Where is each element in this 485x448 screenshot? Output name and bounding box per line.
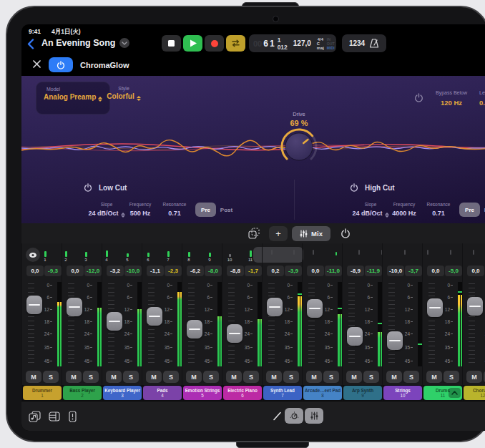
fader-handle[interactable] [427, 298, 443, 317]
channel-volume-value[interactable]: 0,0 [307, 266, 324, 276]
plugin-power-button[interactable] [49, 57, 73, 72]
mute-button[interactable]: M [226, 371, 242, 383]
bypass-below-value[interactable]: 120 Hz [429, 99, 474, 107]
post-button[interactable]: Post [480, 203, 485, 217]
level-value[interactable]: 0.0 [479, 99, 485, 107]
channel-volume-value[interactable]: 0,0 [467, 266, 484, 276]
channel-volume-value[interactable]: 0,0 [67, 266, 84, 276]
channel-volume-value[interactable]: -8,8 [227, 266, 244, 276]
fader-handle[interactable] [307, 299, 323, 318]
project-title-group[interactable]: An Evening Song [41, 38, 129, 48]
pencil-tool-icon[interactable] [272, 411, 283, 422]
track-tile[interactable]: Drums 11 [423, 386, 462, 400]
track-tile[interactable]: Strings 10 [383, 386, 422, 400]
low-cut-frequency-value[interactable]: 500 Hz [120, 210, 160, 217]
style-selector[interactable]: Style Colorful [99, 82, 149, 113]
cycle-button[interactable] [226, 35, 245, 52]
solo-button[interactable]: S [403, 371, 419, 383]
low-cut-power-icon[interactable] [84, 183, 92, 192]
solo-button[interactable]: S [83, 371, 99, 383]
solo-button[interactable]: S [363, 371, 379, 383]
fader-handle[interactable] [267, 298, 283, 316]
fader-handle[interactable] [387, 331, 403, 350]
drive-knob[interactable] [280, 128, 318, 165]
mute-button[interactable]: M [466, 371, 482, 383]
close-plugin-icon[interactable] [33, 60, 41, 68]
track-tile[interactable]: Drummer 1 [23, 386, 62, 400]
track-tile[interactable]: Arcade…eet Pad 8 [303, 386, 342, 400]
channel-volume-value[interactable]: -1,1 [147, 266, 164, 276]
mute-button[interactable]: M [306, 371, 322, 383]
duplicate-icon[interactable] [248, 228, 260, 239]
track-tile[interactable]: Arp Synth 9 [343, 386, 382, 400]
keyboard-icon[interactable] [69, 411, 77, 422]
back-chevron-icon[interactable] [27, 39, 34, 49]
count-in-button[interactable]: 1234 [349, 39, 365, 47]
high-cut-power-icon[interactable] [350, 183, 358, 192]
solo-button[interactable]: S [283, 371, 299, 383]
low-cut-resonance-value[interactable]: 0.71 [156, 210, 193, 217]
track-tile[interactable]: Emotion Strings 5 [183, 386, 222, 400]
high-cut-resonance-value[interactable]: 0.71 [420, 210, 457, 217]
solo-button[interactable]: S [243, 371, 259, 383]
fader-handle[interactable] [347, 327, 363, 346]
fader-handle[interactable] [227, 324, 242, 343]
stop-button[interactable] [162, 35, 181, 52]
post-button[interactable]: Post [216, 203, 237, 217]
channel-volume-value[interactable]: -10,0 [387, 266, 404, 276]
bypass-power-icon[interactable] [414, 93, 423, 102]
faders-view-button[interactable] [305, 408, 323, 424]
fader-handle[interactable] [467, 297, 483, 316]
mute-button[interactable]: M [386, 371, 402, 383]
channel-volume-value[interactable]: -8,9 [347, 266, 364, 276]
track-tile[interactable]: Bass Player 2 [63, 386, 102, 400]
mute-button[interactable]: M [186, 371, 202, 383]
fader-handle[interactable] [147, 307, 162, 326]
channel-volume-value[interactable]: -6,2 [187, 266, 204, 276]
mute-button[interactable]: M [346, 371, 362, 383]
high-cut-frequency-value[interactable]: 4000 Hz [384, 210, 424, 217]
loop-library-icon[interactable] [29, 411, 41, 422]
fader-handle[interactable] [107, 312, 122, 331]
title-chevron-down-icon[interactable] [119, 38, 129, 48]
mute-button[interactable]: M [426, 371, 442, 383]
track-tile[interactable]: Pads 4 [143, 386, 182, 400]
mute-button[interactable]: M [106, 371, 122, 383]
knob-view-button[interactable] [285, 408, 303, 424]
pre-button[interactable]: Pre [195, 203, 216, 217]
collapse-stack-button[interactable] [449, 388, 461, 398]
track-tile[interactable]: Keyboard Player 3 [103, 386, 142, 400]
solo-button[interactable]: S [163, 371, 179, 383]
mixer-power-icon[interactable] [341, 228, 351, 238]
solo-button[interactable]: S [203, 371, 219, 383]
solo-button[interactable]: S [123, 371, 139, 383]
channel-volume-value[interactable]: 0,0 [427, 266, 444, 276]
play-button[interactable] [183, 35, 202, 52]
solo-button[interactable]: S [43, 371, 59, 383]
pre-button[interactable]: Pre [459, 203, 480, 217]
fader-handle[interactable] [187, 320, 202, 339]
channel-volume-value[interactable]: 0,2 [267, 266, 284, 276]
mute-button[interactable]: M [266, 371, 282, 383]
solo-button[interactable]: S [444, 371, 459, 383]
browser-icon[interactable] [49, 412, 60, 422]
mix-mode-button[interactable]: Mix [292, 226, 330, 241]
fader-handle[interactable] [26, 296, 42, 314]
style-value[interactable]: Colorful [99, 92, 149, 101]
track-tile[interactable]: Chorus V 12 [464, 386, 485, 400]
mute-button[interactable]: M [66, 371, 82, 383]
solo-button[interactable]: S [323, 371, 339, 383]
fader-handle[interactable] [67, 298, 82, 316]
lcd-display[interactable]: 00 61 1 012 127,0 4/4 C maj IN OUT MIDI [249, 34, 336, 52]
track-tile[interactable]: Electric Piano 6 [223, 386, 262, 400]
add-button[interactable]: + [269, 226, 288, 241]
channel-peak-value: -2,3 [165, 266, 182, 276]
channel-volume-value[interactable]: -3,2 [107, 266, 124, 276]
project-title[interactable]: An Evening Song [41, 38, 115, 48]
mute-button[interactable]: M [26, 371, 41, 383]
channel-volume-value[interactable]: 0,0 [26, 266, 44, 276]
mute-button[interactable]: M [146, 371, 162, 383]
track-tile[interactable]: Synth Lead 7 [263, 386, 302, 400]
record-button[interactable] [205, 35, 224, 52]
metronome-icon[interactable] [369, 39, 379, 48]
